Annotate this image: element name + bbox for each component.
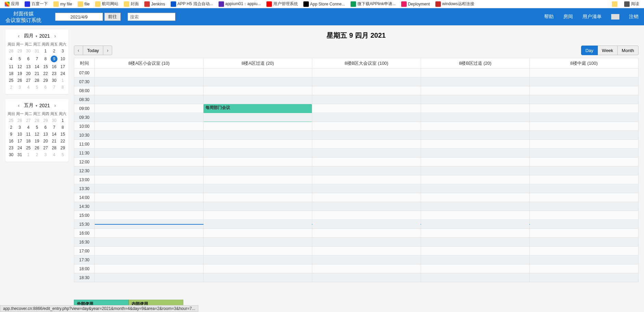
calendar-day[interactable]: 6 (41, 124, 50, 131)
calendar-day[interactable]: 12 (32, 131, 41, 138)
calendar-day[interactable]: 11 (24, 131, 32, 138)
time-slot[interactable] (530, 149, 639, 158)
prev-button[interactable]: ‹ (74, 46, 83, 55)
calendar-day[interactable]: 29 (58, 145, 67, 151)
time-slot[interactable] (421, 193, 530, 202)
view-day[interactable]: Day (581, 46, 598, 55)
time-slot[interactable] (421, 202, 530, 211)
time-slot[interactable] (203, 220, 312, 229)
calendar-day[interactable]: 1 (58, 117, 67, 124)
time-slot[interactable] (530, 264, 639, 273)
bookmark-item[interactable]: 航司网站 (93, 0, 120, 8)
time-slot[interactable] (95, 202, 203, 211)
time-slot[interactable] (312, 193, 421, 202)
calendar-day[interactable]: 17 (15, 138, 24, 145)
time-slot[interactable] (421, 77, 530, 86)
calendar-day[interactable]: 1 (41, 48, 50, 54)
time-slot[interactable] (421, 86, 530, 95)
time-slot[interactable] (312, 77, 421, 86)
calendar-day[interactable]: 28 (32, 77, 41, 84)
time-slot[interactable] (95, 113, 203, 122)
time-slot[interactable] (203, 149, 312, 158)
time-slot[interactable] (312, 184, 421, 193)
time-slot[interactable] (203, 68, 312, 77)
calendar-day[interactable]: 28 (50, 145, 58, 151)
time-slot[interactable] (312, 131, 421, 140)
time-slot[interactable] (312, 113, 421, 122)
bookmark-item[interactable]: 微下载APPlink申请... (349, 0, 398, 8)
calendar-day[interactable]: 26 (15, 117, 24, 124)
calendar-day[interactable]: 30 (24, 48, 32, 54)
time-slot[interactable] (530, 193, 639, 202)
calendar-day[interactable]: 23 (50, 70, 58, 77)
room-header[interactable]: 8楼B区大会议室 (100) (312, 58, 421, 68)
time-slot[interactable] (421, 211, 530, 220)
calendar-day[interactable]: 23 (7, 145, 15, 151)
calendar-day[interactable]: 11 (7, 63, 15, 70)
date-input[interactable] (55, 13, 103, 21)
time-slot[interactable] (312, 211, 421, 220)
chevron-left-icon[interactable]: ‹ (16, 102, 22, 109)
calendar-day[interactable]: 1 (58, 77, 67, 84)
time-slot[interactable] (421, 238, 530, 247)
time-slot[interactable] (203, 113, 312, 122)
calendar-day[interactable]: 22 (58, 138, 67, 145)
time-slot[interactable] (95, 140, 203, 149)
calendar-day[interactable]: 4 (50, 151, 58, 158)
time-slot[interactable] (530, 140, 639, 149)
calendar-day[interactable]: 9 (50, 54, 58, 63)
time-slot[interactable] (421, 122, 530, 131)
time-slot[interactable] (95, 220, 203, 229)
time-slot[interactable] (530, 238, 639, 247)
time-slot[interactable] (421, 273, 530, 282)
time-slot[interactable] (530, 158, 639, 166)
time-slot[interactable] (95, 68, 203, 77)
language-icon[interactable] (611, 14, 619, 20)
calendar-day[interactable]: 16 (7, 138, 15, 145)
time-slot[interactable] (203, 238, 312, 247)
time-slot[interactable] (203, 211, 312, 220)
calendar-day[interactable]: 30 (7, 151, 15, 158)
chevron-down-icon[interactable]: ▾ (36, 34, 37, 38)
time-slot[interactable] (312, 238, 421, 247)
calendar-day[interactable]: 27 (24, 77, 32, 84)
time-slot[interactable] (203, 175, 312, 184)
calendar-day[interactable]: 8 (41, 54, 50, 63)
calendar-day[interactable]: 4 (24, 84, 32, 91)
time-slot[interactable] (530, 131, 639, 140)
time-slot[interactable]: 每周部门会议 (203, 104, 312, 113)
calendar-day[interactable]: 5 (32, 124, 41, 131)
calendar-day[interactable]: 26 (15, 77, 24, 84)
calendar-day[interactable]: 6 (41, 84, 50, 91)
room-header[interactable]: 8楼A区过道 (20) (203, 58, 312, 68)
go-button[interactable]: 前往 (104, 13, 121, 21)
time-slot[interactable] (203, 273, 312, 282)
calendar-day[interactable]: 19 (15, 70, 24, 77)
time-slot[interactable] (95, 229, 203, 238)
calendar-day[interactable]: 18 (7, 70, 15, 77)
today-button[interactable]: Today (83, 46, 104, 55)
calendar-day[interactable]: 2 (50, 48, 58, 54)
time-slot[interactable] (421, 95, 530, 104)
room-header[interactable]: 8楼中庭 (100) (530, 58, 639, 68)
bookmark-item[interactable]: windows远程连接 (433, 0, 476, 8)
calendar-day[interactable]: 14 (32, 63, 41, 70)
calendar-day[interactable]: 14 (50, 131, 58, 138)
calendar-day[interactable]: 13 (41, 131, 50, 138)
bookmark-item[interactable]: 封面 (122, 0, 141, 8)
time-slot[interactable] (95, 273, 203, 282)
calendar-day[interactable]: 13 (24, 63, 32, 70)
bookmark-item[interactable]: my file (51, 0, 74, 8)
bookmark-item[interactable]: Jenkins (142, 0, 167, 8)
time-slot[interactable] (203, 255, 312, 264)
time-slot[interactable] (312, 247, 421, 255)
bookmark-item[interactable]: APP H5 混合自动... (169, 0, 215, 8)
calendar-day[interactable]: 5 (15, 54, 24, 63)
time-slot[interactable] (530, 68, 639, 77)
time-slot[interactable] (312, 202, 421, 211)
calendar-day[interactable]: 12 (15, 63, 24, 70)
time-slot[interactable] (312, 220, 421, 229)
time-slot[interactable] (421, 68, 530, 77)
time-slot[interactable] (312, 175, 421, 184)
time-slot[interactable] (95, 264, 203, 273)
